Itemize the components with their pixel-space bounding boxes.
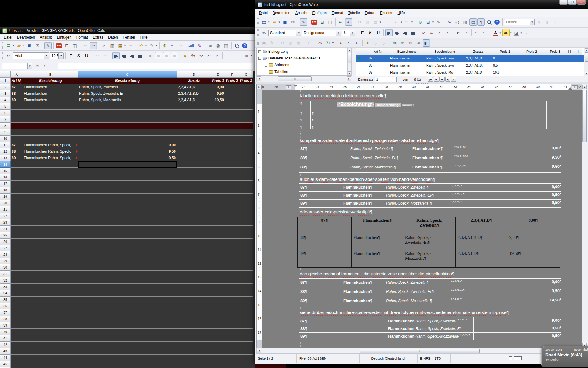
grid-cell[interactable]: Rahm, Speck, Zwi — [425, 62, 465, 69]
writer-menu-tabelle[interactable]: Tabelle — [346, 10, 362, 16]
row-header-9[interactable]: 9 — [0, 129, 11, 136]
cell-D30[interactable] — [177, 264, 211, 271]
cell-D41[interactable] — [177, 335, 211, 342]
row-header-21[interactable]: 21 — [0, 206, 11, 213]
insert-table-icon[interactable]: ⊞ — [424, 18, 432, 26]
cell-F21[interactable] — [225, 206, 239, 213]
cell-E39[interactable] — [211, 322, 225, 329]
row-header-3[interactable]: 3 — [0, 90, 11, 97]
paragraph-background-icon[interactable]: ◪ — [513, 29, 520, 36]
grid-column-h[interactable]: H — [565, 48, 574, 55]
cell-D4[interactable]: 2,3,4,A1,D — [177, 97, 211, 103]
cell-G27[interactable] — [239, 245, 253, 251]
cell-G25[interactable] — [239, 232, 253, 239]
grid-cell[interactable]: Rahm, Speck, Zwi — [425, 55, 465, 62]
name-box[interactable]: ▼ — [2, 63, 32, 69]
cell-A7[interactable] — [11, 116, 23, 123]
cell-F4[interactable] — [225, 97, 239, 103]
cell-B30[interactable] — [23, 264, 78, 271]
cell-E15[interactable] — [211, 168, 225, 174]
italic-button[interactable]: K — [367, 29, 374, 36]
autospellcheck-icon[interactable]: A~ — [345, 18, 352, 26]
cell-G14[interactable] — [239, 161, 253, 168]
row-header-26[interactable]: 26 — [0, 239, 11, 245]
font-size-combo-dropdown-icon[interactable]: ▼ — [58, 53, 63, 59]
export-pdf-icon[interactable]: PDF — [55, 42, 62, 49]
table-border-marker-right[interactable]: ≡ — [572, 85, 578, 89]
undo-icon-dropdown-icon[interactable]: ▼ — [145, 44, 147, 47]
cell-G5[interactable] — [239, 103, 253, 110]
undo-icon[interactable]: ↶ — [306, 39, 313, 47]
cell-B38[interactable] — [23, 316, 78, 322]
row-header-36[interactable]: 36 — [0, 303, 11, 309]
cell-E36[interactable] — [211, 303, 225, 309]
cell-F29[interactable] — [225, 258, 239, 264]
cell-B5[interactable] — [23, 103, 78, 110]
cell-B20[interactable] — [23, 200, 78, 206]
cell-B27[interactable] — [23, 245, 78, 251]
cell-D45[interactable] — [177, 361, 211, 367]
font-size-combo[interactable]: 6▼ — [342, 30, 355, 36]
underline-button[interactable]: U — [375, 29, 382, 36]
cell-C25[interactable] — [78, 232, 177, 239]
calc-menu-fenster[interactable]: Fenster — [120, 34, 138, 40]
cell-D8[interactable] — [177, 123, 211, 129]
cell-E12[interactable] — [211, 148, 225, 155]
cell-C10[interactable] — [78, 136, 177, 142]
collapse-icon[interactable]: - — [265, 71, 267, 73]
open-icon-dropdown-icon[interactable]: ▼ — [23, 44, 25, 47]
cell-E16[interactable] — [211, 174, 225, 181]
cell-D43[interactable] — [177, 348, 211, 355]
cell-B6[interactable] — [23, 110, 78, 116]
cell-E18[interactable] — [211, 187, 225, 194]
grid-column-preis1[interactable]: Preis 1 — [492, 48, 518, 55]
align-right-button[interactable] — [128, 52, 136, 59]
cell-G9[interactable] — [239, 129, 253, 136]
cell-C4[interactable]: Rahm, Speck, Mozzarella — [78, 97, 177, 103]
cell-C45[interactable] — [78, 361, 177, 367]
cell-E41[interactable] — [211, 335, 225, 342]
cell-E22[interactable] — [211, 213, 225, 219]
italic-button[interactable]: K — [75, 52, 82, 59]
cell-F32[interactable] — [225, 277, 239, 284]
cell-C35[interactable] — [78, 297, 177, 303]
new-document-icon[interactable]: ▤ — [5, 42, 12, 49]
row-header-35[interactable]: 35 — [0, 297, 11, 303]
row-header-38[interactable]: 38 — [0, 316, 11, 322]
cell-E31[interactable] — [211, 271, 225, 277]
cell-E25[interactable] — [211, 232, 225, 239]
cell-D10[interactable] — [177, 136, 211, 142]
cell-B24[interactable] — [23, 226, 78, 232]
cell-B28[interactable] — [23, 251, 78, 258]
cell-C38[interactable] — [78, 316, 177, 322]
cell-C34[interactable] — [78, 290, 177, 297]
align-justified-button[interactable] — [409, 29, 417, 36]
cell-B17[interactable] — [23, 181, 78, 187]
cell-B16[interactable] — [23, 174, 78, 181]
cell-C7[interactable] — [78, 116, 177, 123]
sheet-corner[interactable] — [0, 71, 11, 78]
writer-menu-hilfe[interactable]: Hilfe — [395, 10, 407, 16]
cell-C15[interactable] — [78, 168, 177, 174]
cell-F7[interactable] — [225, 116, 239, 123]
open-icon-dropdown-icon[interactable]: ▼ — [278, 21, 281, 24]
calc-menu-format[interactable]: Format — [74, 34, 90, 40]
undo-icon-dropdown-icon[interactable]: ▼ — [400, 21, 403, 24]
navigator-icon[interactable]: ◎ — [454, 18, 461, 26]
cell-G11[interactable] — [239, 142, 253, 148]
cell-A6[interactable] — [11, 110, 23, 116]
cell-G31[interactable] — [239, 271, 253, 277]
cell-E38[interactable] — [211, 316, 225, 322]
cell-F11[interactable] — [225, 142, 239, 148]
cell-D34[interactable] — [177, 290, 211, 297]
cell-C33[interactable] — [78, 284, 177, 290]
grid-cell[interactable]: Rahm, Speck, Mo — [425, 69, 465, 76]
last-record-button[interactable]: ▶| — [445, 77, 450, 82]
paragraph-background-icon-dropdown-icon[interactable]: ▼ — [520, 32, 522, 34]
cell-G24[interactable] — [239, 226, 253, 232]
hyperlink-icon[interactable]: ⊕ — [161, 42, 168, 49]
hyperlink-icon[interactable]: ⊕ — [417, 18, 424, 26]
case-rotate-icon[interactable]: Â — [436, 29, 443, 36]
data-source-of-document-icon[interactable]: ⊞ — [415, 39, 422, 47]
grid-column-bezeichnung[interactable]: Bezeichnung — [389, 48, 425, 55]
